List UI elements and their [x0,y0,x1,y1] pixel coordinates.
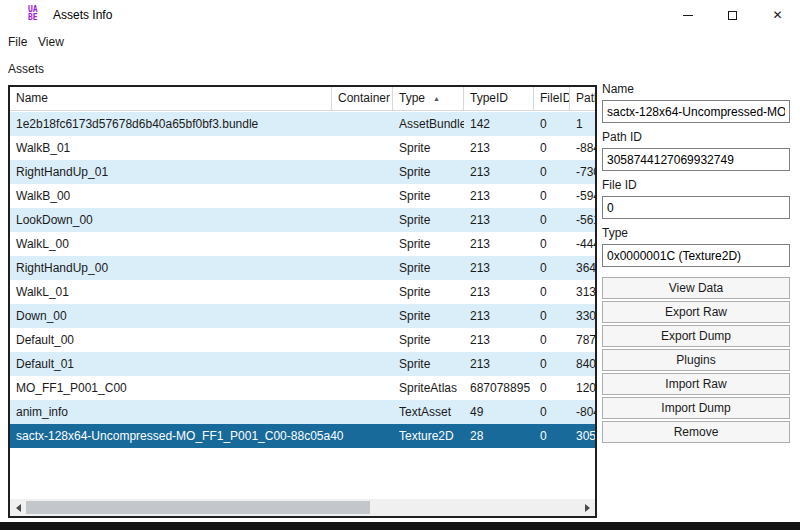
table-row[interactable]: sactx-128x64-Uncompressed-MO_FF1_P001_C0… [10,424,595,448]
cell-path: 7870 [570,328,595,352]
cell-path: 3305 [570,304,595,328]
cell-type_id: 28 [464,424,534,448]
cell-type: Sprite [393,136,464,160]
import-raw-button[interactable]: Import Raw [602,373,790,395]
file-id-field[interactable] [602,196,790,219]
cell-name: MO_FF1_P001_C00 [10,376,332,400]
table-row[interactable]: anim_infoTextAsset490-804 [10,400,595,424]
cell-type: Texture2D [393,424,464,448]
menu-view[interactable]: View [34,33,68,51]
name-field-label: Name [602,82,634,96]
path-id-field[interactable] [602,148,790,171]
cell-type_id: 213 [464,184,534,208]
title-bar: UA BE Assets Info ✕ [0,0,800,30]
cell-container [332,256,393,280]
column-header-name[interactable]: Name [10,87,332,111]
cell-file_id: 0 [534,232,570,256]
uabe-logo-icon: UA BE [28,6,46,24]
table-row[interactable]: Default_00Sprite21307870 [10,328,595,352]
scroll-right-button[interactable] [579,499,595,516]
type-field[interactable] [602,244,790,267]
path-id-field-label: Path ID [602,130,642,144]
view-data-button[interactable]: View Data [602,277,790,299]
cell-name: Default_00 [10,328,332,352]
cell-file_id: 0 [534,352,570,376]
column-header-typeid[interactable]: TypeID [464,87,534,111]
maximize-button[interactable] [710,0,755,30]
table-rows: 1e2b18fc6173d57678d6b40a65bf0bf3.bundleA… [10,112,595,448]
cell-container [332,304,393,328]
uabe-logo-line2: BE [28,14,46,22]
cell-name: 1e2b18fc6173d57678d6b40a65bf0bf3.bundle [10,112,332,136]
remove-button[interactable]: Remove [602,421,790,443]
cell-type: Sprite [393,280,464,304]
assets-info-window: UA BE Assets Info ✕ File View Assets Nam… [0,0,800,530]
cell-name: Down_00 [10,304,332,328]
cell-type: Sprite [393,160,464,184]
cell-name: anim_info [10,400,332,424]
cell-path: -884 [570,136,595,160]
scroll-left-arrow-icon [16,504,21,512]
cell-path: -804 [570,400,595,424]
cell-container [332,184,393,208]
cell-container [332,376,393,400]
close-icon: ✕ [772,9,782,21]
table-row[interactable]: WalkB_00Sprite2130-594 [10,184,595,208]
menu-bar: File View [0,30,800,52]
close-button[interactable]: ✕ [755,0,800,30]
scrollbar-thumb[interactable] [26,501,370,514]
menu-file[interactable]: File [4,33,31,51]
table-row[interactable]: WalkB_01Sprite2130-884 [10,136,595,160]
cell-type_id: 213 [464,208,534,232]
cell-container [332,160,393,184]
minimize-button[interactable] [665,0,710,30]
cell-file_id: 0 [534,400,570,424]
cell-path: -730 [570,160,595,184]
export-raw-button[interactable]: Export Raw [602,301,790,323]
cell-type: AssetBundle [393,112,464,136]
table-row[interactable]: Down_00Sprite21303305 [10,304,595,328]
cell-type: Sprite [393,256,464,280]
column-header-type[interactable]: Type▲ [393,87,464,111]
table-row[interactable]: WalkL_00Sprite2130-444 [10,232,595,256]
table-row[interactable]: LookDown_00Sprite2130-561 [10,208,595,232]
table-row[interactable]: Default_01Sprite21308409 [10,352,595,376]
column-header-container[interactable]: Container [332,87,393,111]
plugins-button[interactable]: Plugins [602,349,790,371]
table-row[interactable]: WalkL_01Sprite21303131 [10,280,595,304]
cell-type_id: 142 [464,112,534,136]
cell-file_id: 0 [534,112,570,136]
cell-name: RightHandUp_01 [10,160,332,184]
cell-container [332,328,393,352]
import-dump-button[interactable]: Import Dump [602,397,790,419]
cell-type: Sprite [393,208,464,232]
cell-file_id: 0 [534,304,570,328]
table-row[interactable]: MO_FF1_P001_C00SpriteAtlas68707889501205 [10,376,595,400]
cell-path: -594 [570,184,595,208]
file-id-field-label: File ID [602,178,637,192]
cell-type_id: 213 [464,232,534,256]
assets-section-label: Assets [8,62,44,76]
cell-container [332,112,393,136]
cell-name: LookDown_00 [10,208,332,232]
scroll-left-button[interactable] [10,499,26,516]
cell-name: Default_01 [10,352,332,376]
export-dump-button[interactable]: Export Dump [602,325,790,347]
cell-type_id: 213 [464,136,534,160]
window-controls: ✕ [665,0,800,30]
horizontal-scrollbar[interactable] [10,499,595,516]
cell-path: -444 [570,232,595,256]
name-field[interactable] [602,100,790,123]
column-header-fileid[interactable]: FileID [534,87,570,111]
type-field-label: Type [602,226,628,240]
cell-container [332,136,393,160]
scroll-right-arrow-icon [585,504,590,512]
table-row[interactable]: 1e2b18fc6173d57678d6b40a65bf0bf3.bundleA… [10,112,595,136]
cell-file_id: 0 [534,280,570,304]
maximize-icon [728,11,737,20]
cell-file_id: 0 [534,424,570,448]
window-title: Assets Info [53,8,112,22]
column-header-path[interactable]: Path [570,87,595,111]
table-row[interactable]: RightHandUp_00Sprite21303646 [10,256,595,280]
table-row[interactable]: RightHandUp_01Sprite2130-730 [10,160,595,184]
